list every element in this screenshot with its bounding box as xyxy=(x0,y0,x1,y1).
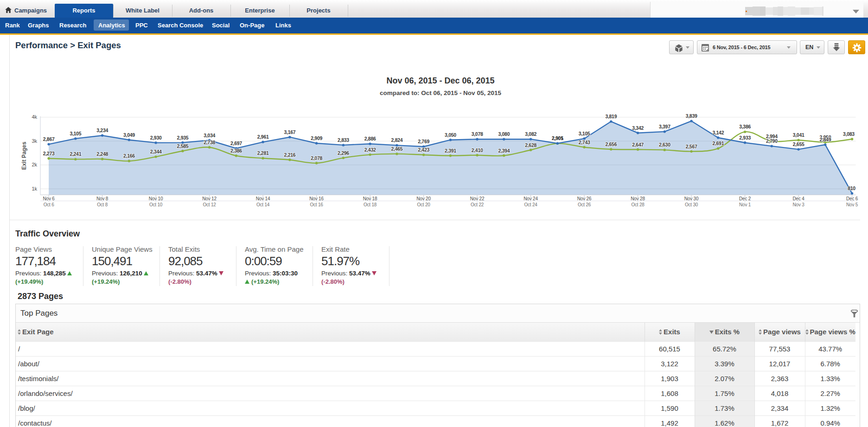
svg-text:3,342: 3,342 xyxy=(632,125,644,131)
svg-text:3,167: 3,167 xyxy=(284,129,296,135)
svg-text:2,886: 2,886 xyxy=(364,136,376,141)
svg-text:2,833: 2,833 xyxy=(338,137,349,143)
svg-text:3,234: 3,234 xyxy=(96,127,108,133)
svg-text:2,296: 2,296 xyxy=(338,150,349,156)
svg-text:3,083: 3,083 xyxy=(843,131,855,137)
svg-text:2,933: 2,933 xyxy=(739,135,751,140)
svg-text:3,386: 3,386 xyxy=(739,124,751,129)
svg-text:3,105: 3,105 xyxy=(70,131,81,136)
svg-text:2,273: 2,273 xyxy=(43,151,55,156)
svg-text:Oct 10: Oct 10 xyxy=(149,202,163,207)
svg-text:2,738: 2,738 xyxy=(204,140,215,145)
svg-text:Nov 12: Nov 12 xyxy=(202,196,217,201)
svg-text:2,909: 2,909 xyxy=(311,135,322,141)
svg-text:2,647: 2,647 xyxy=(632,142,644,147)
svg-text:Nov 3: Nov 3 xyxy=(793,202,805,207)
svg-text:Oct 28: Oct 28 xyxy=(631,202,645,207)
svg-text:Oct 20: Oct 20 xyxy=(417,202,430,207)
svg-text:3,142: 3,142 xyxy=(712,130,724,135)
svg-text:2,824: 2,824 xyxy=(391,137,403,143)
svg-text:Nov 16: Nov 16 xyxy=(309,196,324,201)
svg-text:3,034: 3,034 xyxy=(204,133,215,138)
svg-text:3,080: 3,080 xyxy=(498,131,510,137)
svg-text:Nov 14: Nov 14 xyxy=(256,196,270,201)
svg-text:2,423: 2,423 xyxy=(418,147,429,153)
svg-text:3,105: 3,105 xyxy=(579,131,590,136)
svg-text:2,769: 2,769 xyxy=(418,139,429,144)
svg-text:2,630: 2,630 xyxy=(659,142,670,147)
svg-text:Nov 26: Nov 26 xyxy=(577,196,592,201)
svg-text:Nov 6: Nov 6 xyxy=(43,196,55,201)
svg-text:2,656: 2,656 xyxy=(605,141,617,147)
svg-text:2,935: 2,935 xyxy=(177,135,189,140)
svg-text:2,216: 2,216 xyxy=(284,152,296,158)
svg-text:2,628: 2,628 xyxy=(525,142,536,148)
svg-text:Nov 30: Nov 30 xyxy=(684,196,699,201)
svg-text:3,049: 3,049 xyxy=(123,132,135,138)
svg-text:Oct 12: Oct 12 xyxy=(203,202,216,207)
svg-text:Oct 8: Oct 8 xyxy=(97,202,108,207)
svg-text:2,743: 2,743 xyxy=(579,140,590,145)
svg-text:Nov 18: Nov 18 xyxy=(363,196,377,201)
svg-text:Exit Pages: Exit Pages xyxy=(21,141,27,170)
svg-text:2,432: 2,432 xyxy=(364,147,376,153)
svg-text:2,849: 2,849 xyxy=(819,137,831,142)
svg-text:3k: 3k xyxy=(32,138,37,144)
svg-text:3,041: 3,041 xyxy=(793,132,804,138)
svg-text:Oct 14: Oct 14 xyxy=(256,202,270,207)
svg-text:1k: 1k xyxy=(32,186,37,191)
svg-text:2,585: 2,585 xyxy=(177,143,189,149)
svg-text:Dec 6: Dec 6 xyxy=(846,196,858,201)
svg-text:810: 810 xyxy=(848,185,855,191)
svg-text:Oct 24: Oct 24 xyxy=(524,202,537,207)
svg-text:2,901: 2,901 xyxy=(552,135,563,141)
svg-text:Oct 22: Oct 22 xyxy=(471,202,484,207)
svg-text:4k: 4k xyxy=(32,114,37,120)
svg-text:Nov 22: Nov 22 xyxy=(470,196,485,201)
svg-text:3,819: 3,819 xyxy=(605,114,617,119)
svg-text:2,930: 2,930 xyxy=(150,135,162,140)
svg-text:3,839: 3,839 xyxy=(686,113,697,119)
svg-text:2,344: 2,344 xyxy=(150,149,162,154)
svg-text:2,790: 2,790 xyxy=(766,138,778,144)
svg-text:Nov 20: Nov 20 xyxy=(416,196,431,201)
svg-text:2,386: 2,386 xyxy=(230,148,242,153)
svg-text:2,410: 2,410 xyxy=(472,147,483,153)
svg-text:Nov 24: Nov 24 xyxy=(523,196,538,201)
svg-text:2,567: 2,567 xyxy=(686,144,697,149)
svg-text:Oct 30: Oct 30 xyxy=(685,202,698,207)
svg-text:3,050: 3,050 xyxy=(445,132,456,138)
svg-text:Nov 5: Nov 5 xyxy=(846,202,858,207)
svg-text:Dec 4: Dec 4 xyxy=(793,196,805,201)
svg-text:3,397: 3,397 xyxy=(659,124,670,129)
svg-text:Nov 8: Nov 8 xyxy=(96,196,108,201)
svg-text:2,078: 2,078 xyxy=(311,155,322,161)
svg-text:Oct 6: Oct 6 xyxy=(44,202,55,207)
svg-text:2,248: 2,248 xyxy=(96,151,108,157)
svg-text:2,697: 2,697 xyxy=(230,140,242,146)
svg-text:2,961: 2,961 xyxy=(257,134,269,140)
svg-text:2,281: 2,281 xyxy=(257,150,269,156)
svg-text:3,078: 3,078 xyxy=(472,131,483,137)
svg-text:2,867: 2,867 xyxy=(43,136,55,142)
svg-text:Dec 2: Dec 2 xyxy=(739,196,751,201)
svg-text:3,082: 3,082 xyxy=(525,131,536,137)
svg-text:Nov 28: Nov 28 xyxy=(631,196,645,201)
svg-text:2,241: 2,241 xyxy=(70,151,81,157)
svg-text:2k: 2k xyxy=(32,162,37,167)
svg-text:2,394: 2,394 xyxy=(498,148,510,153)
svg-text:Nov 1: Nov 1 xyxy=(739,202,751,207)
svg-text:2,166: 2,166 xyxy=(123,153,135,159)
svg-text:Oct 26: Oct 26 xyxy=(578,202,591,207)
svg-text:2,691: 2,691 xyxy=(712,140,724,146)
svg-text:2,655: 2,655 xyxy=(793,141,804,147)
svg-text:Oct 18: Oct 18 xyxy=(364,202,377,207)
svg-text:2,391: 2,391 xyxy=(445,148,456,153)
svg-text:2,465: 2,465 xyxy=(391,146,403,152)
svg-text:Oct 16: Oct 16 xyxy=(310,202,323,207)
svg-text:Nov 10: Nov 10 xyxy=(149,196,163,201)
